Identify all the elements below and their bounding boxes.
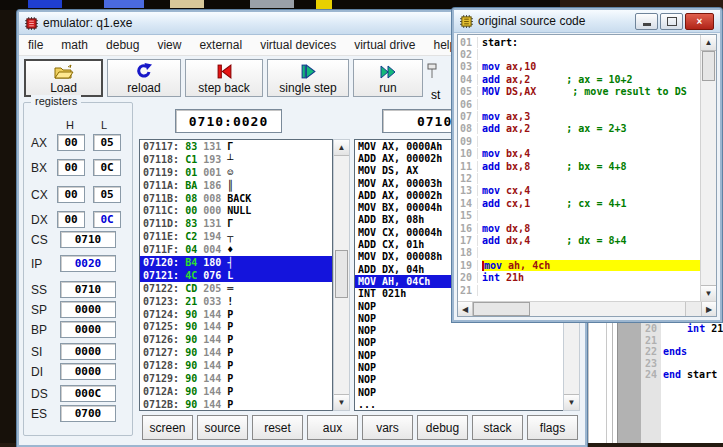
- scroll-down-arrow[interactable]: ▼: [564, 394, 579, 410]
- memory-cell: 193: [197, 154, 221, 165]
- register-IP-field[interactable]: 0020: [60, 255, 116, 272]
- memory-row[interactable]: 0711D: 83 131 Γ: [140, 217, 332, 230]
- memory-row[interactable]: 0711B: 08 008 BACK: [140, 192, 332, 205]
- source-code-text: mov ah, 4ch: [482, 260, 700, 271]
- memory-cell: P: [221, 360, 233, 371]
- register-BP-field[interactable]: 0000: [60, 321, 116, 338]
- code-address-field[interactable]: 0710:0020: [175, 109, 282, 133]
- button-stack[interactable]: stack: [472, 415, 523, 440]
- register-CX-h-field[interactable]: 00: [57, 186, 85, 203]
- toolbar-button-label: run: [379, 81, 396, 95]
- register-CS-field[interactable]: 0710: [60, 231, 116, 248]
- memory-row[interactable]: 07122: CD 205 ═: [140, 282, 332, 295]
- memory-row[interactable]: 07117: 83 131 Γ: [140, 140, 332, 153]
- memory-row[interactable]: 07125: 90 144 P: [140, 320, 332, 333]
- disasm-row[interactable]: ...: [355, 398, 579, 410]
- memory-row[interactable]: 0712A: 90 144 P: [140, 385, 332, 398]
- memory-row[interactable]: 07129: 90 144 P: [140, 372, 332, 385]
- scroll-down-arrow[interactable]: ▼: [701, 285, 716, 301]
- scroll-down-arrow[interactable]: ▼: [334, 394, 349, 410]
- memory-cell: 144: [197, 386, 221, 397]
- menu-item-file[interactable]: file: [19, 38, 52, 52]
- memory-row[interactable]: 07124: 90 144 P: [140, 308, 332, 321]
- memory-row[interactable]: 07126: 90 144 P: [140, 333, 332, 346]
- editor-line-22: 22ends: [643, 346, 723, 358]
- scroll-up-arrow[interactable]: ▲: [334, 140, 349, 156]
- scrollbar-thumb[interactable]: [335, 250, 348, 298]
- button-vars[interactable]: vars: [362, 415, 413, 440]
- source-line-05: 05MOV DS,AX ; move result to DS: [458, 86, 700, 98]
- menu-item-view[interactable]: view: [148, 38, 190, 52]
- memory-row[interactable]: 07127: 90 144 P: [140, 346, 332, 359]
- menu-item-virtual-devices[interactable]: virtual devices: [251, 38, 345, 52]
- menu-item-math[interactable]: math: [52, 38, 97, 52]
- button-debug[interactable]: debug: [417, 415, 468, 440]
- button-screen[interactable]: screen: [142, 415, 193, 440]
- memory-dump-panel[interactable]: 07117: 83 131 Γ07118: C1 193 ┴07119: 01 …: [139, 139, 333, 411]
- source-vertical-scrollbar[interactable]: ▲ ▼: [700, 35, 716, 301]
- memory-row[interactable]: 0711F: 04 004 ♦: [140, 243, 332, 256]
- memory-row[interactable]: 0711A: BA 186 ║: [140, 179, 332, 192]
- register-DI-field[interactable]: 0000: [60, 363, 116, 380]
- register-SI-field[interactable]: 0000: [60, 343, 116, 360]
- toolbar-button-reload[interactable]: reload: [107, 59, 181, 97]
- line-number: 21: [458, 285, 478, 296]
- toolbar-button-run[interactable]: run: [353, 59, 423, 97]
- memory-row[interactable]: 0711C: 00 000 NULL: [140, 204, 332, 217]
- source-horizontal-scrollbar[interactable]: ◀ ▶: [458, 301, 716, 316]
- scrollbar-thumb[interactable]: [473, 302, 530, 316]
- register-ES-field[interactable]: 0700: [60, 405, 116, 422]
- disasm-row[interactable]: NOP: [355, 337, 579, 349]
- register-SS-field[interactable]: 0710: [60, 281, 116, 298]
- code-token: add: [482, 235, 500, 246]
- code-token: ax,3: [500, 111, 530, 122]
- memory-row[interactable]: 07120: B4 180 ┤: [140, 256, 332, 269]
- scroll-right-arrow[interactable]: ▶: [701, 302, 716, 316]
- menu-item-external[interactable]: external: [190, 38, 251, 52]
- register-DX-h-field[interactable]: 00: [57, 211, 85, 228]
- minimize-button[interactable]: [635, 13, 658, 30]
- button-flags[interactable]: flags: [527, 415, 578, 440]
- close-button[interactable]: ×: [685, 13, 714, 30]
- button-source[interactable]: source: [197, 415, 248, 440]
- register-DS-field[interactable]: 000C: [60, 385, 116, 402]
- source-code-lines[interactable]: 01start:0203mov ax,1004add ax,2 ; ax = 1…: [458, 35, 700, 301]
- register-AX-l-field[interactable]: 05: [93, 134, 121, 151]
- scroll-left-arrow[interactable]: ◀: [458, 302, 473, 316]
- memory-row[interactable]: 07128: 90 144 P: [140, 359, 332, 372]
- button-reset[interactable]: reset: [252, 415, 303, 440]
- memory-row[interactable]: 0711E: C2 194 ┬: [140, 230, 332, 243]
- button-aux[interactable]: aux: [307, 415, 358, 440]
- toolbar-button-single-step[interactable]: single step: [267, 59, 349, 97]
- step-delay-knob-icon[interactable]: [425, 62, 439, 84]
- menu-item-debug[interactable]: debug: [97, 38, 148, 52]
- disasm-row[interactable]: NOP: [355, 361, 579, 373]
- memory-row[interactable]: 0712B: 90 144 P: [140, 398, 332, 411]
- register-SP-field[interactable]: 0000: [60, 301, 116, 318]
- register-row-SP: SP0000: [24, 301, 132, 318]
- disasm-row[interactable]: NOP: [355, 386, 579, 398]
- toolbar-button-step-back[interactable]: step back: [185, 59, 263, 97]
- menu-item-virtual-drive[interactable]: virtual drive: [345, 38, 424, 52]
- disasm-row[interactable]: NOP: [355, 349, 579, 361]
- line-number: 23: [643, 358, 657, 369]
- maximize-button[interactable]: [660, 13, 683, 30]
- register-BX-h-field[interactable]: 00: [57, 159, 85, 176]
- source-line-04: 04add ax,2 ; ax = 10+2: [458, 73, 700, 85]
- memory-row[interactable]: 07123: 21 033 !: [140, 295, 332, 308]
- toolbar-button-Load[interactable]: Load: [24, 59, 103, 97]
- disasm-row[interactable]: NOP: [355, 324, 579, 336]
- scroll-up-arrow[interactable]: ▲: [701, 35, 716, 51]
- register-AX-h-field[interactable]: 00: [57, 134, 85, 151]
- disasm-row[interactable]: NOP: [355, 374, 579, 386]
- memory-row[interactable]: 07118: C1 193 ┴: [140, 153, 332, 166]
- scrollbar-thumb[interactable]: [702, 51, 715, 81]
- register-row-SS: SS0710: [24, 281, 132, 298]
- memory-row[interactable]: 07119: 01 001 ☺: [140, 166, 332, 179]
- memory-scrollbar[interactable]: ▲ ▼: [333, 139, 350, 411]
- register-BX-l-field[interactable]: 0C: [93, 159, 121, 176]
- memory-row[interactable]: 07121: 4C 076 L: [140, 269, 332, 282]
- line-number: 03: [458, 61, 478, 72]
- register-DX-l-field[interactable]: 0C: [93, 211, 121, 228]
- register-CX-l-field[interactable]: 05: [93, 186, 121, 203]
